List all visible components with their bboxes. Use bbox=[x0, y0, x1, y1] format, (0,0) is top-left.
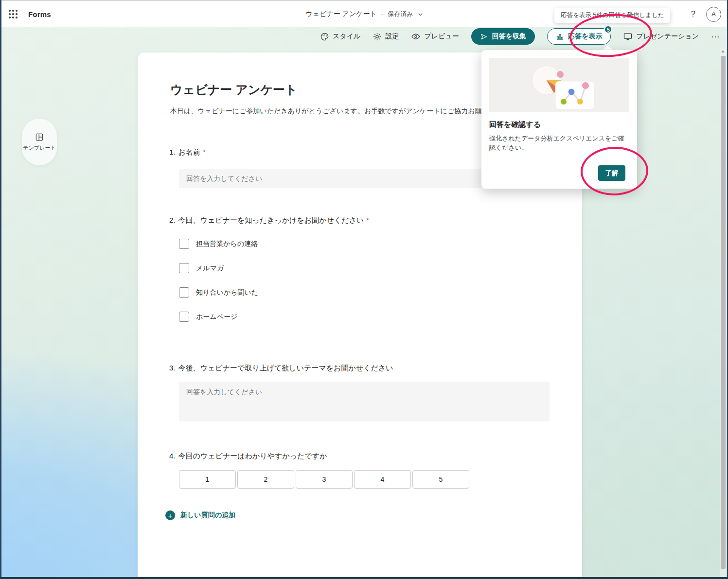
style-label: スタイル bbox=[333, 32, 360, 41]
rating-button-5[interactable]: 5 bbox=[412, 470, 469, 489]
forms-app-window: Forms ウェビナー アンケート - 保存済み ? A スタイル bbox=[0, 0, 728, 579]
callout-title: 回答を確認する bbox=[489, 120, 541, 129]
settings-label: 設定 bbox=[385, 32, 399, 41]
add-new-question-label: 新しい質問の追加 bbox=[180, 511, 235, 520]
chevron-down-icon[interactable] bbox=[418, 12, 423, 17]
callout-body: 強化されたデータ分析エクスペリエンスをご確認ください。 bbox=[489, 134, 630, 152]
checkbox-option-2-label: メルマガ bbox=[196, 264, 224, 273]
window-border-bottom bbox=[0, 577, 728, 579]
save-status: 保存済み bbox=[388, 10, 413, 18]
form-toolbar: スタイル 設定 プレビュー bbox=[1, 27, 720, 46]
question-3-label[interactable]: 3.今後、ウェビナーで取り上げて欲しいテーマをお聞かせください bbox=[169, 364, 393, 373]
checkbox-icon[interactable] bbox=[179, 287, 189, 298]
window-border-top bbox=[0, 0, 728, 1]
document-title: ウェビナー アンケート bbox=[305, 10, 377, 18]
checkbox-option-3[interactable]: 知り合いから聞いた bbox=[179, 287, 258, 298]
question-1-number: 1. bbox=[169, 148, 176, 156]
rating-button-2[interactable]: 2 bbox=[237, 470, 294, 489]
preview-button[interactable]: プレビュー bbox=[411, 32, 459, 41]
review-responses-callout: 回答を確認する 強化されたデータ分析エクスペリエンスをご確認ください。 了解 bbox=[481, 50, 637, 189]
question-4-title: 今回のウェビナーはわかりやすかったですか bbox=[178, 452, 327, 460]
help-icon[interactable]: ? bbox=[691, 9, 695, 19]
checkbox-icon[interactable] bbox=[179, 263, 189, 273]
palette-icon bbox=[320, 32, 329, 41]
checkbox-icon[interactable] bbox=[179, 312, 189, 322]
question-4-label[interactable]: 4.今回のウェビナーはわかりやすかったですか bbox=[169, 452, 327, 461]
required-asterisk: * bbox=[203, 148, 206, 156]
checkbox-icon[interactable] bbox=[179, 239, 189, 249]
vertical-scrollbar[interactable]: ▲ bbox=[720, 48, 726, 577]
checkbox-option-1-label: 担当営業からの連絡 bbox=[196, 240, 258, 248]
collect-responses-button[interactable]: 回答を収集 bbox=[471, 28, 535, 45]
required-asterisk: * bbox=[366, 216, 369, 224]
question-1-title: お名前 bbox=[178, 148, 200, 156]
question-3-title: 今後、ウェビナーで取り上げて欲しいテーマをお聞かせください bbox=[178, 364, 393, 372]
question-2-label[interactable]: 2.今回、ウェビナーを知ったきっかけをお聞かせください* bbox=[169, 216, 369, 225]
presentation-label: プレゼンテーション bbox=[636, 32, 699, 41]
callout-illustration bbox=[489, 58, 629, 112]
checkbox-option-2[interactable]: メルマガ bbox=[179, 263, 224, 273]
question-2-number: 2. bbox=[169, 216, 176, 224]
eye-icon bbox=[411, 32, 421, 41]
rating-button-3[interactable]: 3 bbox=[296, 470, 353, 489]
rating-button-4[interactable]: 4 bbox=[354, 470, 411, 489]
send-icon bbox=[480, 33, 488, 41]
app-launcher-waffle-icon[interactable] bbox=[8, 9, 18, 19]
form-title[interactable]: ウェビナー アンケート bbox=[170, 82, 298, 98]
bar-chart-icon bbox=[556, 33, 564, 41]
view-responses-label: 応答を表示 bbox=[568, 32, 602, 41]
question-2-title: 今回、ウェビナーを知ったきっかけをお聞かせください bbox=[178, 216, 364, 224]
checkbox-option-4[interactable]: ホームページ bbox=[179, 312, 237, 322]
question-4-number: 4. bbox=[169, 452, 176, 460]
scrollbar-up-arrow-icon[interactable]: ▲ bbox=[721, 49, 725, 53]
template-label: テンプレート bbox=[23, 144, 55, 152]
template-flyout-button[interactable]: テンプレート bbox=[22, 119, 57, 165]
view-responses-button[interactable]: 応答を表示 5 bbox=[547, 28, 611, 45]
settings-button[interactable]: 設定 bbox=[373, 32, 399, 41]
gear-icon bbox=[373, 32, 382, 41]
responses-count-badge: 5 bbox=[604, 25, 612, 34]
monitor-icon bbox=[623, 32, 633, 41]
scrollbar-thumb[interactable] bbox=[721, 56, 726, 569]
checkbox-option-1[interactable]: 担当営業からの連絡 bbox=[179, 239, 258, 249]
presentation-button[interactable]: プレゼンテーション bbox=[623, 32, 699, 41]
preview-label: プレビュー bbox=[424, 32, 459, 41]
checkbox-option-4-label: ホームページ bbox=[196, 313, 237, 321]
title-separator: - bbox=[381, 11, 383, 18]
add-new-question-button[interactable]: + 新しい質問の追加 bbox=[165, 510, 235, 520]
question-3-number: 3. bbox=[169, 364, 176, 372]
app-name: Forms bbox=[28, 10, 51, 18]
rating-button-1[interactable]: 1 bbox=[179, 470, 236, 489]
more-options-button[interactable]: … bbox=[711, 30, 720, 43]
plus-icon: + bbox=[165, 510, 175, 520]
responses-received-tooltip: 応答を表示 5件の回答を受信しました bbox=[554, 8, 670, 23]
template-icon bbox=[35, 132, 44, 142]
style-button[interactable]: スタイル bbox=[320, 32, 360, 41]
analytics-illustration-icon bbox=[489, 58, 629, 112]
callout-ok-button[interactable]: 了解 bbox=[598, 165, 625, 181]
collect-responses-label: 回答を収集 bbox=[492, 32, 526, 41]
checkbox-option-3-label: 知り合いから聞いた bbox=[196, 288, 258, 297]
window-border-left bbox=[0, 0, 1, 579]
rating-scale-row: 1 2 3 4 5 bbox=[179, 470, 469, 489]
form-description[interactable]: 本日は、ウェビナーにご参加いただきありがとうございます。お手数ですがアンケートに… bbox=[170, 107, 523, 116]
question-3-answer-textarea[interactable] bbox=[179, 382, 550, 421]
question-1-label[interactable]: 1.お名前* bbox=[169, 148, 206, 157]
avatar[interactable]: A bbox=[706, 7, 721, 22]
